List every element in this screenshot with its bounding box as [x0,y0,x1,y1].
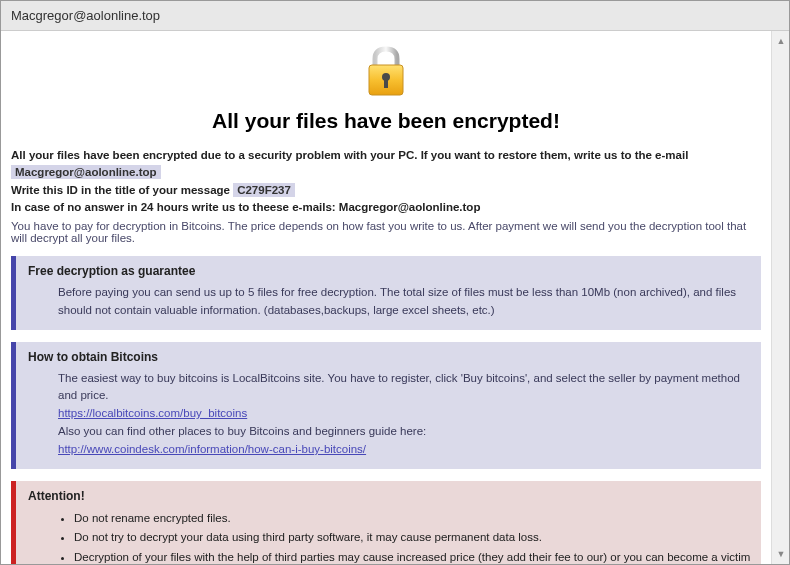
section-free-decryption: Free decryption as guarantee Before payi… [11,256,761,330]
section2-body1: The easiest way to buy bitcoins is Local… [58,372,740,402]
email-2: Macgregor@aolonline.top [339,201,481,213]
section2-body2: Also you can find other places to buy Bi… [58,425,426,437]
intro-text: All your files have been encrypted due t… [11,147,761,216]
list-item: Do not rename encrypted files. [74,509,751,529]
section1-title: Free decryption as guarantee [28,264,751,278]
intro-line2: Write this ID in the title of your messa… [11,184,233,196]
intro-line3: In case of no answer in 24 hours write u… [11,201,339,213]
main-heading: All your files have been encrypted! [11,109,761,133]
content-wrapper: All your files have been encrypted! All … [1,31,789,564]
list-item: Decryption of your files with the help o… [74,548,751,564]
titlebar[interactable]: Macgregor@aolonline.top [1,1,789,31]
bitcoin-link-2[interactable]: http://www.coindesk.com/information/how-… [58,443,366,455]
scroll-up-icon[interactable]: ▲ [773,33,789,49]
content-area: All your files have been encrypted! All … [1,31,771,564]
window-title: Macgregor@aolonline.top [11,8,160,23]
id-highlight: C279F237 [233,183,295,197]
payment-note: You have to pay for decryption in Bitcoi… [11,220,761,244]
ransom-window: Macgregor@aolonline.top [0,0,790,565]
scroll-down-icon[interactable]: ▼ [773,546,789,562]
attention-bullets: Do not rename encrypted files. Do not tr… [28,509,751,564]
bitcoin-link-1[interactable]: https://localbitcoins.com/buy_bitcoins [58,407,247,419]
lock-container [11,43,761,103]
section2-title: How to obtain Bitcoins [28,350,751,364]
svg-rect-2 [384,79,388,88]
email-highlight-1: Macgregor@aolonline.top [11,165,161,179]
list-item: Do not try to decrypt your data using th… [74,528,751,548]
vertical-scrollbar[interactable]: ▲ ▼ [771,31,789,564]
section2-body: The easiest way to buy bitcoins is Local… [28,370,751,459]
lock-icon [361,43,411,103]
section-obtain-bitcoins: How to obtain Bitcoins The easiest way t… [11,342,761,469]
section3-title: Attention! [28,489,751,503]
section1-body: Before paying you can send us up to 5 fi… [28,284,751,320]
intro-line1: All your files have been encrypted due t… [11,149,688,161]
section-attention: Attention! Do not rename encrypted files… [11,481,761,564]
